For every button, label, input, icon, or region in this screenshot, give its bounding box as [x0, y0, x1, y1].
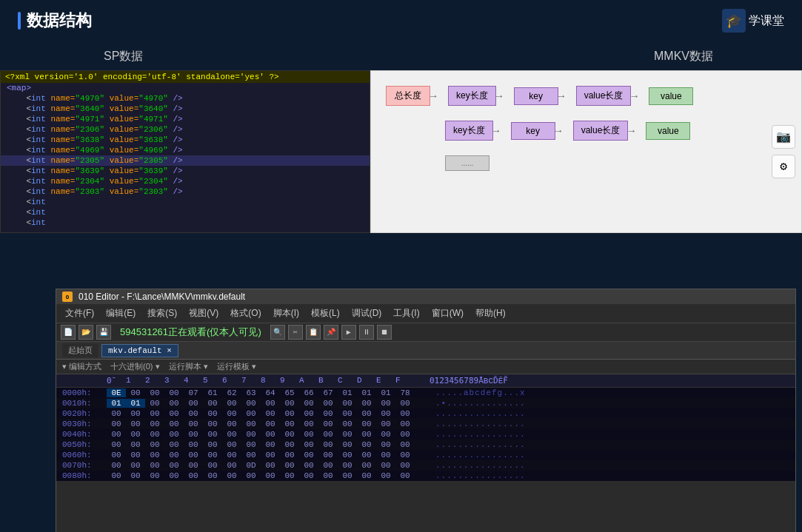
diagram-row-3: ...... — [445, 155, 786, 171]
hex-row-5: 0050h:00000000000000000000000000000000..… — [56, 440, 795, 450]
box-ellipsis: ...... — [445, 155, 489, 171]
banner-inline: 594531261正在观看(仅本人可见) — [114, 326, 267, 339]
menu-tools[interactable]: 工具(I) — [387, 306, 425, 321]
sp-panel: <?xml version='1.0' encoding='utf-8' sta… — [0, 70, 370, 233]
box-key-length-1: key长度 — [448, 86, 496, 106]
mmkv-panel: 总长度 key长度 key value长度 value key长度 key va… — [370, 70, 802, 233]
toolbar-run[interactable]: ▶ — [341, 325, 356, 340]
toolbar-open[interactable]: 📂 — [78, 325, 93, 340]
menu-search[interactable]: 搜索(S) — [141, 306, 183, 321]
arrow-1 — [430, 92, 448, 101]
box-value-2: value — [646, 122, 690, 140]
xml-line-5: <int name="4969" value="4969" /> — [1, 145, 370, 155]
box-key-length-2: key长度 — [445, 121, 493, 141]
xml-line-7: <int name="3639" value="3639" /> — [1, 166, 370, 176]
xml-line-3: <int name="2306" value="2306" /> — [1, 124, 370, 135]
mmkv-label: MMKV数据 — [654, 49, 713, 64]
box-value-1: value — [649, 87, 693, 105]
xml-map-open: <map> — [1, 83, 370, 93]
header: 数据结构 🎓 学课堂 — [0, 0, 802, 41]
editor-toolbar: 📄 📂 💾 594531261正在观看(仅本人可见) 🔍 ✂ 📋 📌 ▶ ⏸ ⏹ — [56, 323, 795, 342]
toolbar-copy[interactable]: 📋 — [306, 325, 321, 340]
menu-view[interactable]: 视图(V) — [183, 306, 224, 321]
editor-title: 010 Editor - F:\Lance\MMKV\mmkv.default — [78, 292, 245, 302]
menu-help[interactable]: 帮助(H) — [469, 306, 512, 321]
box-value-length-2: value长度 — [573, 121, 629, 141]
box-key-1: key — [514, 87, 558, 105]
toolbar-pause[interactable]: ⏸ — [359, 325, 374, 340]
box-value-length-1: value长度 — [576, 86, 632, 106]
menu-debug[interactable]: 调试(D) — [346, 306, 388, 321]
arrow-3 — [558, 92, 576, 101]
editor-statusbar-top: ▾ 编辑方式 十六进制(0) ▾ 运行脚本 ▾ 运行模板 ▾ — [56, 360, 795, 374]
logo: 🎓 学课堂 — [722, 9, 784, 33]
editor-menubar: 文件(F) 编辑(E) 搜索(S) 视图(V) 格式(O) 脚本(I) 模板(L… — [56, 304, 795, 323]
toolbar-save[interactable]: 💾 — [96, 325, 111, 340]
editor-window: 0 010 Editor - F:\Lance\MMKV\mmkv.defaul… — [56, 289, 796, 532]
xml-line-12: <int — [1, 218, 370, 228]
xml-line-4: <int name="3638" value="3638" /> — [1, 135, 370, 145]
hex-row-3: 0030h:00000000000000000000000000000000..… — [56, 419, 795, 429]
hex-row-4: 0040h:00000000000000000000000000000000..… — [56, 429, 795, 440]
hex-row-6: 0060h:00000000000000000000000000000000..… — [56, 450, 795, 460]
arrow-4 — [631, 92, 649, 101]
xml-line-8: <int name="2304" value="2304" /> — [1, 176, 370, 186]
hex-rows-container: 0000h:0E000000076162636465666701010178..… — [56, 388, 795, 481]
hex-row-1: 0010h:01010000000000000000000000000000.•… — [56, 398, 795, 408]
toolbar-stop[interactable]: ⏹ — [377, 325, 392, 340]
menu-window[interactable]: 窗口(W) — [426, 306, 469, 321]
editor-app-icon: 0 — [62, 292, 73, 302]
xml-line-11: <int — [1, 207, 370, 218]
menu-edit[interactable]: 编辑(E) — [100, 306, 141, 321]
hex-header: 0̄ 1 2 3 4 5 6 7 8 9 A B C D E F 0̄1̄2̄3… — [56, 374, 795, 388]
xml-line-1: <int name="3640" value="3640" /> — [1, 104, 370, 114]
mmkv-right-icons: 📷 ⚙️ — [772, 125, 795, 178]
app-title: 数据结构 — [18, 10, 92, 32]
hex-row-7: 0070h:000000000000000D0000000000000000..… — [56, 460, 795, 471]
hex-row-8: 0080h:00000000000000000000000000000000..… — [56, 471, 795, 481]
editor-titlebar: 0 010 Editor - F:\Lance\MMKV\mmkv.defaul… — [56, 289, 795, 304]
xml-header: <?xml version='1.0' encoding='utf-8' sta… — [1, 71, 370, 83]
arrow-7 — [628, 127, 646, 135]
status-edit-mode: ▾ 编辑方式 — [62, 361, 101, 372]
arrow-6 — [555, 127, 573, 135]
status-run-script[interactable]: 运行脚本 ▾ — [169, 361, 208, 372]
menu-template[interactable]: 模板(L) — [305, 306, 346, 321]
xml-line-0: <int name="4970" value="4970" /> — [1, 93, 370, 104]
menu-script[interactable]: 脚本(I) — [267, 306, 305, 321]
diagram-row-2: key长度 key value长度 value — [445, 121, 786, 141]
sp-label: SP数据 — [104, 49, 143, 64]
hex-area: 0̄ 1 2 3 4 5 6 7 8 9 A B C D E F 0̄1̄2̄3… — [56, 374, 795, 481]
hex-row-0: 0000h:0E000000076162636465666701010178..… — [56, 388, 795, 398]
menu-format[interactable]: 格式(O) — [224, 306, 267, 321]
logo-icon: 🎓 — [722, 9, 746, 33]
hex-row-2: 0020h:00000000000000000000000000000000..… — [56, 408, 795, 419]
toolbar-cut[interactable]: ✂ — [288, 325, 303, 340]
menu-file[interactable]: 文件(F) — [59, 306, 100, 321]
status-run-template[interactable]: 运行模板 ▾ — [217, 361, 256, 372]
arrow-2 — [496, 92, 514, 101]
toolbar-paste[interactable]: 📌 — [324, 325, 338, 340]
editor-tabs: 起始页 mkv.default × — [56, 342, 795, 360]
diagram-area: 总长度 key长度 key value长度 value key长度 key va… — [371, 71, 801, 201]
status-hex-mode[interactable]: 十六进制(0) ▾ — [110, 361, 160, 372]
xml-line-10: <int — [1, 197, 370, 207]
tab-file[interactable]: mkv.default × — [101, 344, 178, 357]
xml-line-6: <int name="2305" value="2305" /> — [1, 155, 370, 166]
xml-line-9: <int name="2303" value="2303" /> — [1, 186, 370, 197]
arrow-5 — [493, 127, 511, 135]
toolbar-new[interactable]: 📄 — [61, 325, 76, 340]
box-total-length: 总长度 — [386, 86, 430, 106]
tab-start[interactable]: 起始页 — [62, 343, 98, 357]
box-key-2: key — [511, 122, 555, 140]
settings-icon-btn[interactable]: ⚙️ — [772, 155, 795, 178]
camera-icon-btn[interactable]: 📷 — [772, 125, 795, 149]
xml-line-2: <int name="4971" value="4971" /> — [1, 114, 370, 124]
diagram-row-1: 总长度 key长度 key value长度 value — [386, 86, 786, 106]
main-content: <?xml version='1.0' encoding='utf-8' sta… — [0, 70, 802, 233]
toolbar-search[interactable]: 🔍 — [270, 325, 285, 340]
svg-text:🎓: 🎓 — [726, 13, 743, 29]
section-labels: SP数据 MMKV数据 — [0, 41, 802, 70]
